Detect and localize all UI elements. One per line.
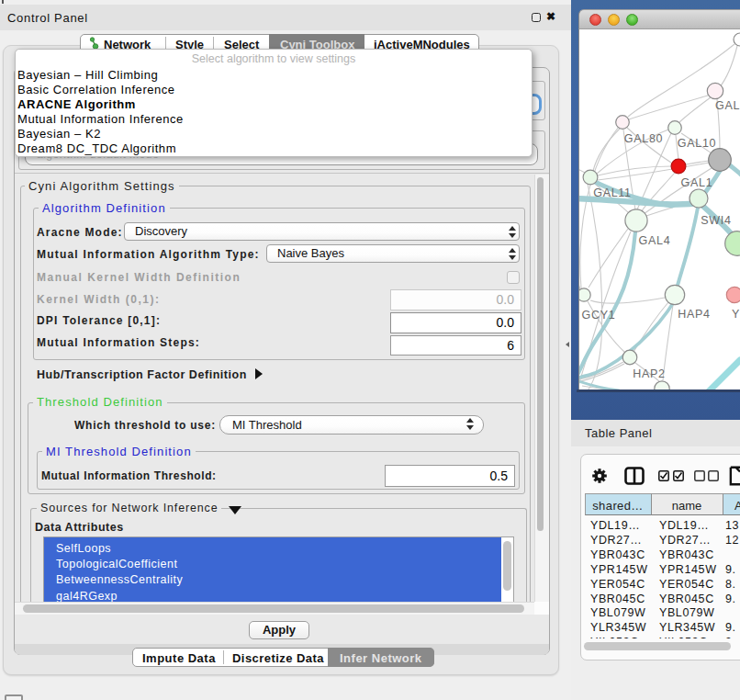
- svg-text:GAL10: GAL10: [678, 137, 716, 150]
- svg-text:GAL1: GAL1: [681, 176, 713, 189]
- svg-text:SWI4: SWI4: [701, 214, 731, 227]
- svg-text:GAL2: GAL2: [715, 99, 740, 112]
- svg-text:YM: YM: [732, 308, 740, 321]
- svg-text:GAL80: GAL80: [624, 132, 663, 145]
- svg-text:GAL4: GAL4: [639, 234, 671, 247]
- svg-text:GAL11: GAL11: [593, 186, 632, 199]
- svg-text:HAP2: HAP2: [633, 367, 665, 380]
- svg-text:GCY1: GCY1: [582, 309, 616, 322]
- svg-text:HAP4: HAP4: [678, 308, 710, 321]
